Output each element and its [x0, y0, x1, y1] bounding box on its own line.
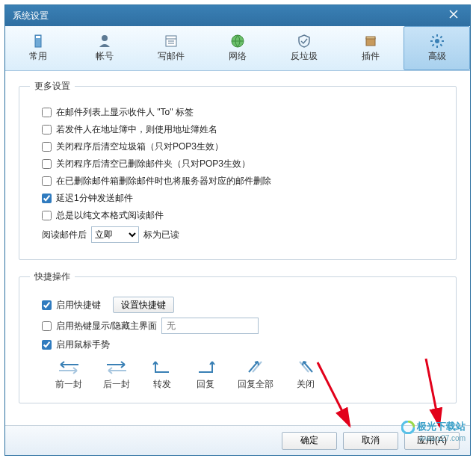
tab-advanced[interactable]: 高级 [404, 26, 470, 70]
read-after-suffix: 标为已读 [143, 229, 179, 241]
plugin-icon [363, 34, 378, 49]
gesture-prev: 前一封 [55, 359, 82, 391]
close-icon [449, 10, 458, 19]
tab-bar: 常用 帐号 写邮件 网络 反垃圾 插件 高级 [5, 26, 470, 71]
apply-button[interactable]: 应用(A) [404, 432, 460, 450]
svg-rect-6 [366, 37, 375, 39]
gesture-next: 后一封 [103, 359, 130, 391]
more-settings-legend: 更多设置 [30, 80, 75, 93]
opt-plain-text[interactable] [42, 211, 52, 220]
tab-network[interactable]: 网络 [205, 26, 271, 70]
compose-icon [164, 34, 179, 49]
tab-account[interactable]: 帐号 [72, 26, 138, 70]
gesture-close: 关闭 [294, 359, 317, 391]
window-title: 系统设置 [13, 10, 49, 22]
svg-point-2 [102, 35, 108, 41]
general-icon [31, 34, 46, 49]
gesture-forward-icon [151, 359, 173, 375]
gesture-reply-all: 回复全部 [238, 359, 273, 391]
gesture-reply-icon [194, 359, 217, 375]
svg-rect-1 [36, 36, 40, 38]
ok-button[interactable]: 确定 [282, 432, 337, 450]
settings-window: 系统设置 常用 帐号 写邮件 网络 反垃圾 插件 [4, 4, 471, 456]
arrow-left-icon [58, 359, 80, 375]
advanced-icon [430, 34, 445, 49]
arrow-right-icon [105, 359, 128, 375]
toggle-main-hotkey-input[interactable] [161, 318, 259, 334]
gesture-reply: 回复 [194, 359, 217, 391]
tab-plugin[interactable]: 插件 [337, 26, 404, 70]
gesture-list: 前一封 后一封 转发 回复 回复全部 [55, 359, 445, 391]
opt-toggle-main-hotkey[interactable] [42, 321, 52, 331]
spam-icon [297, 34, 312, 49]
opt-use-addressbook-name[interactable] [42, 125, 52, 134]
account-icon [97, 34, 112, 49]
svg-point-7 [435, 39, 439, 43]
content-area: 更多设置 在邮件列表上显示收件人 "To" 标签 若发件人在地址簿中，则使用地址… [5, 71, 470, 425]
set-hotkey-button[interactable]: 设置快捷键 [113, 297, 174, 313]
opt-clear-trash[interactable] [42, 142, 52, 152]
gesture-close-icon [294, 359, 317, 375]
read-after-select[interactable]: 立即 [91, 226, 139, 243]
tab-compose[interactable]: 写邮件 [138, 26, 205, 70]
opt-enable-hotkey[interactable] [42, 300, 52, 310]
opt-delay-send[interactable] [42, 194, 52, 203]
quick-actions-group: 快捷操作 启用快捷键 设置快捷键 启用热键显示/隐藏主界面 启用鼠标手势 前一封 [19, 270, 457, 403]
footer-bar: 确定 取消 应用(A) [5, 425, 470, 455]
opt-enable-gesture[interactable] [42, 340, 52, 350]
tab-spam[interactable]: 反垃圾 [271, 26, 337, 70]
titlebar: 系统设置 [5, 5, 470, 26]
tab-general[interactable]: 常用 [5, 26, 72, 70]
opt-clear-deleted[interactable] [42, 159, 52, 169]
cancel-button[interactable]: 取消 [343, 432, 398, 450]
network-icon [230, 34, 245, 49]
gesture-replyall-icon [244, 359, 267, 375]
read-after-label: 阅读邮件后 [42, 229, 87, 241]
opt-show-to[interactable] [42, 108, 52, 117]
quick-actions-legend: 快捷操作 [30, 270, 75, 283]
gesture-forward: 转发 [151, 359, 173, 391]
opt-delete-server[interactable] [42, 176, 52, 186]
more-settings-group: 更多设置 在邮件列表上显示收件人 "To" 标签 若发件人在地址簿中，则使用地址… [19, 80, 457, 260]
close-button[interactable] [445, 8, 463, 23]
